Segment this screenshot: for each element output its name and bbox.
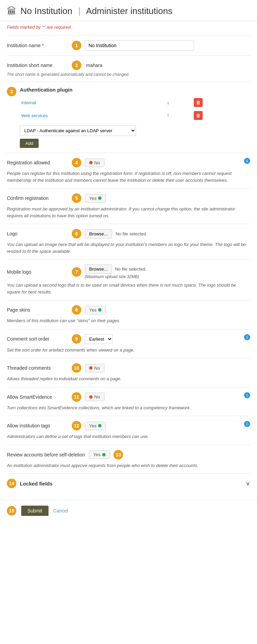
institution-name-label: Institution name * (7, 43, 68, 48)
institution-tags-label: Allow institution tags (7, 423, 68, 428)
institution-shortname-row: Institution short name 2 mahara The shor… (7, 55, 250, 82)
confirm-registration-toggle[interactable]: Yes (85, 194, 106, 203)
review-accounts-row: Review accounts before self-deletion Yes… (7, 445, 250, 474)
auth-webservices-up-arrow[interactable]: ↑ (167, 112, 170, 118)
threaded-comments-toggle[interactable]: No (85, 364, 105, 372)
step-badge-11: 11 (72, 392, 81, 402)
step-badge-13: 13 (113, 450, 123, 460)
mobile-logo-label: Mobile logo (7, 269, 68, 275)
institution-icon: 🏛 (7, 5, 16, 17)
step-badge-2: 2 (72, 60, 81, 70)
mobile-logo-max-upload: (Maximum upload size 32MB) (85, 274, 147, 279)
header-separator: | (78, 6, 81, 16)
comment-sort-row: Comment sort order 9 Earliest Latest Set… (7, 329, 250, 358)
step-badge-4: 4 (72, 158, 81, 167)
locked-fields-chevron-icon: ∨ (246, 480, 250, 487)
step-badge-5: 5 (72, 193, 81, 203)
page-skins-yes-option[interactable]: Yes (85, 306, 106, 314)
threaded-comments-description: Allows threaded replies to individual co… (7, 375, 250, 382)
smart-evidence-label: Allow SmartEvidence (7, 394, 68, 400)
green-dot-tags (98, 424, 102, 427)
page-skins-description: Members of this institution can use "ski… (7, 317, 250, 324)
institution-tags-row: Allow institution tags 12 Yes Administra… (7, 416, 250, 445)
registration-allowed-label: Registration allowed (7, 160, 68, 165)
red-dot-threaded (89, 366, 93, 370)
smart-evidence-row: Allow SmartEvidence 11 No Turn collectio… (7, 387, 250, 416)
confirm-registration-label: Confirm registration (7, 195, 68, 201)
required-note: Fields marked by '*' are required. (7, 25, 250, 30)
review-accounts-yes-option[interactable]: Yes (89, 451, 110, 458)
green-dot (98, 196, 102, 200)
logo-description: You can upload an image here that will b… (7, 241, 250, 255)
review-accounts-label: Review accounts before self-deletion (7, 452, 85, 457)
auth-plugin-select[interactable]: LDAP - Authenticate against an LDAP serv… (20, 125, 136, 136)
auth-plugin-table: Internal ↓ 🗑 Web services ↑ 🗑 (20, 96, 250, 122)
mobile-logo-no-file: No file selected. (115, 266, 147, 272)
auth-webservices-delete-btn[interactable]: 🗑 (194, 111, 203, 120)
institution-tags-toggle[interactable]: Yes (85, 422, 106, 430)
smart-evidence-toggle[interactable]: No (85, 393, 105, 401)
auth-plugin-webservices: Web services ↑ 🗑 (20, 109, 250, 122)
smart-evidence-no-option[interactable]: No (85, 393, 104, 401)
logo-label: Logo (7, 231, 68, 236)
institution-name-heading: No Institution (21, 6, 72, 16)
institution-tags-yes-label: Yes (89, 423, 96, 428)
mobile-logo-browse-button[interactable]: Browse... (85, 264, 112, 274)
step-badge-7: 7 (72, 267, 81, 277)
page-skins-yes-label: Yes (89, 307, 96, 313)
form-container: Fields marked by '*' are required. Insti… (0, 25, 257, 500)
registration-no-option[interactable]: No (85, 159, 104, 167)
smart-evidence-no-label: No (94, 394, 100, 399)
auth-plugin-row: 3 Authentication plugin Internal ↓ 🗑 Web… (7, 82, 250, 153)
registration-no-label: No (94, 160, 100, 165)
review-accounts-yes-label: Yes (93, 452, 100, 457)
cancel-link[interactable]: Cancel (53, 508, 68, 513)
step-badge-12: 12 (72, 421, 81, 430)
confirm-yes-label: Yes (89, 196, 96, 201)
step-badge-15: 15 (7, 506, 16, 516)
institution-tags-info-icon[interactable]: i (244, 421, 250, 427)
logo-browse-button[interactable]: Browse... (85, 229, 112, 238)
registration-allowed-description: People can register for this institution… (7, 170, 244, 183)
threaded-comments-row: Threaded comments 10 No Allows threaded … (7, 358, 250, 387)
auth-internal-down-arrow[interactable]: ↓ (167, 99, 170, 105)
page-title: Administer institutions (86, 6, 173, 16)
step-badge-10: 10 (72, 363, 81, 373)
step-badge-8: 8 (72, 305, 81, 315)
institution-name-input[interactable] (85, 40, 194, 51)
registration-allowed-toggle[interactable]: No (85, 159, 105, 167)
page-skins-label: Page skins (7, 307, 68, 313)
locked-fields-row[interactable]: 14 Locked fields ∨ (7, 474, 250, 493)
submit-button[interactable]: Submit (21, 506, 49, 516)
mobile-logo-description: You can upload a second logo that is to … (7, 282, 250, 295)
auth-webservices-name: Web services (20, 109, 165, 122)
red-dot-smart (89, 395, 93, 399)
auth-plugin-internal: Internal ↓ 🗑 (20, 96, 250, 109)
red-dot (89, 161, 93, 164)
institution-tags-yes-option[interactable]: Yes (85, 422, 106, 430)
comment-sort-select[interactable]: Earliest Latest (85, 334, 113, 344)
registration-allowed-row: Registration allowed 4 No People can reg… (7, 153, 250, 188)
logo-no-file: No file selected. (116, 231, 147, 236)
smart-evidence-info-icon[interactable]: i (244, 392, 250, 398)
step-badge-1: 1 (72, 41, 81, 50)
threaded-no-label: No (94, 366, 100, 371)
auth-internal-delete-btn[interactable]: 🗑 (194, 98, 203, 107)
comment-sort-description: Set the sort order for artefact comments… (7, 347, 244, 354)
page-skins-toggle[interactable]: Yes (85, 306, 106, 314)
comment-sort-info-icon[interactable]: i (244, 334, 250, 340)
step-badge-14: 14 (7, 479, 16, 488)
mobile-logo-row: Mobile logo 7 Browse... No file selected… (7, 259, 250, 300)
registration-info-icon[interactable]: i (244, 158, 250, 164)
auth-internal-name: Internal (20, 96, 165, 109)
confirm-yes-option[interactable]: Yes (85, 194, 106, 202)
required-star: * (42, 43, 44, 48)
shortname-hint: The short name is generated automaticall… (7, 72, 250, 77)
shortname-value: mahara (86, 63, 102, 68)
logo-row: Logo 6 Browse... No file selected. You c… (7, 224, 250, 259)
comment-sort-label: Comment sort order (7, 336, 68, 342)
review-accounts-toggle[interactable]: Yes (89, 450, 110, 459)
auth-add-button[interactable]: Add (20, 139, 39, 148)
threaded-comments-label: Threaded comments (7, 365, 68, 371)
threaded-no-option[interactable]: No (85, 364, 104, 372)
